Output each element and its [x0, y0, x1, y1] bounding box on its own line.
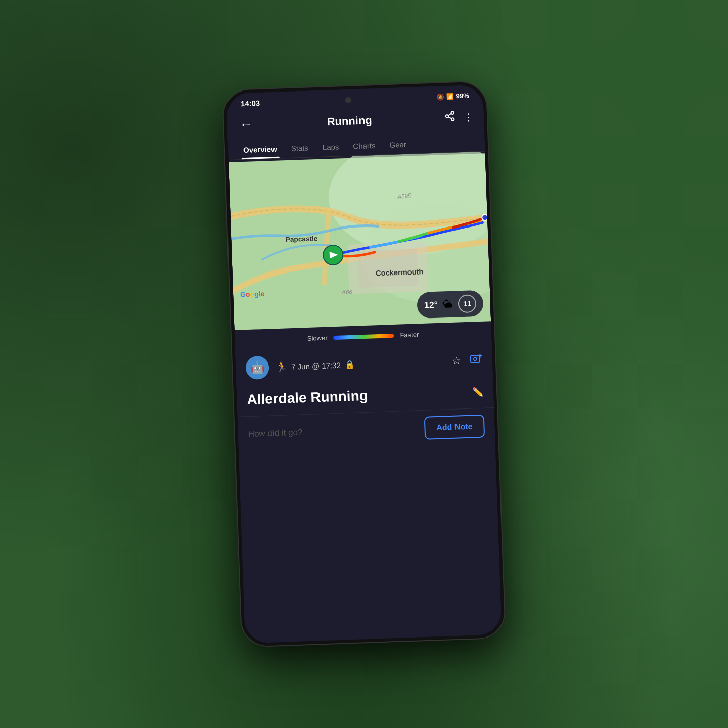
tab-gear[interactable]: Gear: [382, 133, 414, 154]
weather-icon: 🌥: [443, 298, 453, 310]
svg-point-18: [474, 357, 477, 360]
activity-date: 7 Jun @ 17:32: [291, 360, 341, 371]
favorite-star-icon[interactable]: ☆: [451, 354, 461, 367]
signal-icon: 🔕: [436, 93, 444, 101]
svg-point-1: [446, 115, 449, 118]
wifi-icon: 📶: [446, 93, 453, 100]
activity-detail: 🏃 7 Jun @ 17:32 🔒: [276, 355, 445, 373]
privacy-lock-icon: 🔒: [344, 359, 355, 370]
weather-widget: 12° 🌥 11: [417, 290, 484, 319]
svg-point-14: [482, 214, 488, 220]
back-button[interactable]: ←: [237, 114, 255, 134]
svg-text:Papcastle: Papcastle: [286, 235, 318, 243]
wind-speed: 11: [458, 294, 476, 313]
run-type-icon: 🏃: [276, 361, 288, 373]
svg-point-0: [451, 111, 454, 114]
add-photo-icon[interactable]: [470, 353, 482, 367]
svg-text:A66: A66: [341, 288, 353, 295]
google-logo: Google: [240, 290, 265, 299]
phone-wrapper: 14:03 🔕 📶 99% ← Running: [223, 81, 505, 646]
meta-actions: ☆: [451, 353, 482, 368]
tab-overview[interactable]: Overview: [236, 138, 284, 159]
page-title: Running: [327, 114, 372, 128]
svg-line-4: [448, 114, 451, 116]
phone-frame: 14:03 🔕 📶 99% ← Running: [223, 81, 505, 646]
header-actions: ⋮: [444, 110, 474, 124]
status-icons: 🔕 📶 99%: [436, 92, 469, 100]
note-placeholder: How did it go?: [248, 427, 302, 439]
tab-charts[interactable]: Charts: [346, 134, 383, 155]
status-time: 14:03: [241, 99, 260, 108]
svg-point-2: [451, 118, 454, 121]
avatar: 🤖: [245, 356, 269, 380]
edit-title-icon[interactable]: ✏️: [472, 386, 484, 398]
note-section: How did it go? Add Note: [237, 407, 495, 457]
temperature: 12°: [424, 299, 438, 310]
route-map[interactable]: A595 A66 Papcastle Cockermouth: [229, 151, 491, 332]
activity-title: Allerdale Running: [247, 388, 369, 408]
speed-color-bar: [333, 333, 394, 339]
svg-line-3: [448, 117, 451, 119]
svg-rect-17: [471, 355, 480, 363]
slower-label: Slower: [307, 334, 328, 342]
camera-indicator: [345, 97, 351, 103]
svg-text:Cockermouth: Cockermouth: [376, 267, 424, 277]
faster-label: Faster: [400, 331, 419, 339]
battery-level: 99%: [456, 92, 469, 100]
tab-stats[interactable]: Stats: [284, 137, 316, 158]
share-icon[interactable]: [444, 110, 456, 124]
phone-screen: 14:03 🔕 📶 99% ← Running: [226, 84, 502, 643]
tab-laps[interactable]: Laps: [315, 136, 346, 157]
add-note-button[interactable]: Add Note: [424, 415, 485, 440]
more-menu-icon[interactable]: ⋮: [464, 111, 474, 123]
